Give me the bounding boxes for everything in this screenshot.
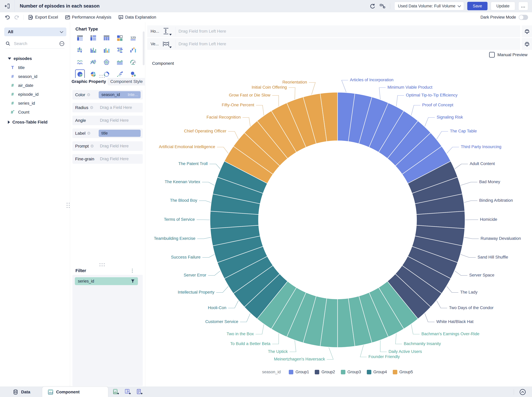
redo-icon[interactable]: [14, 15, 20, 20]
slice-label: Sand Hill Shuffle: [478, 255, 508, 260]
search-input[interactable]: Search: [14, 41, 56, 46]
data-explanation-button[interactable]: Data Explanation: [118, 15, 156, 20]
kebab-menu-icon[interactable]: ⋮: [130, 268, 135, 273]
divider: [24, 15, 24, 20]
cross-table-field-node[interactable]: Cross-Table Field: [0, 118, 70, 127]
cross-table-chart-icon[interactable]: [102, 33, 111, 43]
circle-ellipsis-icon[interactable]: [59, 41, 65, 46]
number-field-icon: #: [10, 92, 15, 97]
detail-table-chart-icon[interactable]: [88, 33, 98, 43]
filter-dropzone[interactable]: series_id: [73, 275, 143, 386]
slice-label: The Uptick: [268, 349, 288, 354]
undo-icon[interactable]: [5, 15, 10, 20]
lineage-icon[interactable]: [379, 3, 386, 9]
gear-icon[interactable]: ⚙: [87, 131, 91, 136]
slice-label: Adult Content: [470, 161, 495, 166]
property-row-prompt[interactable]: Prompt⚙Drag Field Here: [73, 141, 143, 151]
chevron-down-icon: [458, 4, 461, 7]
field-pill[interactable]: season_idInte...: [99, 91, 141, 98]
panel-resize-handle[interactable]: [67, 203, 70, 208]
legend-item-group3[interactable]: Group3: [341, 370, 361, 374]
bi-editor-page: Number of episodes in each season Used D…: [0, 0, 532, 397]
export-excel-button[interactable]: Export Excel: [28, 15, 58, 20]
field-label: Count: [18, 110, 30, 115]
data-volume-select[interactable]: Used Data Volume: Full Volume: [394, 2, 464, 10]
tab-graphic-property[interactable]: Graphic Property: [70, 78, 108, 85]
number-123-chart-icon[interactable]: 123: [128, 33, 138, 43]
horizontal-bar-chart-icon[interactable]: [115, 45, 125, 55]
pie-chart-icon[interactable]: [75, 69, 85, 79]
tab-component-style[interactable]: Component Style: [108, 78, 145, 85]
gear-icon[interactable]: ⚙: [90, 144, 94, 149]
dataset-select[interactable]: All: [4, 27, 66, 36]
legend-item-group5[interactable]: Group5: [393, 370, 413, 374]
label-leader-line: [228, 131, 238, 139]
donut-chart[interactable]: Articles of IncorporationFiduciary Dutie…: [145, 22, 532, 387]
back-button[interactable]: [0, 0, 15, 12]
field-item-series_id[interactable]: #series_id: [0, 99, 70, 108]
gauge-chart-icon[interactable]: [128, 57, 138, 67]
legend-item-group2[interactable]: Group2: [315, 370, 335, 374]
field-label: episode_id: [18, 92, 38, 97]
multi-color-bar-chart-icon[interactable]: [102, 45, 111, 55]
label-leader-line: [216, 286, 228, 292]
field-item-season_id[interactable]: #season_id: [0, 72, 70, 81]
performance-analysis-button[interactable]: Performance Analysis: [65, 15, 111, 20]
kpi-card-chart-icon[interactable]: [115, 33, 125, 43]
scrollbar-thumb[interactable]: [143, 31, 145, 65]
grouped-table-chart-icon[interactable]: [75, 33, 85, 43]
custom-line-chart-icon[interactable]: [88, 57, 98, 67]
refresh-icon[interactable]: [369, 3, 376, 9]
collapse-panel-icon[interactable]: [519, 389, 526, 395]
legend-swatch: [367, 370, 371, 374]
drop-placeholder: Drag a Field Here: [99, 105, 141, 110]
gear-icon[interactable]: ⚙: [87, 93, 90, 97]
save-button[interactable]: Save: [467, 2, 488, 10]
legend-item-group1[interactable]: Group1: [289, 370, 309, 374]
add-list-icon[interactable]: [136, 389, 143, 395]
add-chart-component-icon[interactable]: [113, 389, 119, 395]
field-item-title[interactable]: Ttitle: [0, 63, 70, 72]
split-bar-chart-icon[interactable]: [75, 45, 85, 55]
gear-icon[interactable]: ⚙: [90, 105, 93, 110]
tab-data[interactable]: Data: [13, 387, 30, 397]
field-item-episode_id[interactable]: #episode_id: [0, 90, 70, 99]
grouped-bar-chart-icon[interactable]: [88, 45, 98, 55]
slice-label: Hooli-Con: [208, 305, 226, 310]
field-item-Count[interactable]: #*Count: [0, 108, 70, 117]
field-item-air_date[interactable]: #air_date: [0, 81, 70, 90]
property-row-angle[interactable]: AngleDrag Field Here: [73, 116, 143, 125]
table-node-episodes[interactable]: episodes: [0, 54, 70, 63]
property-row-label[interactable]: Label⚙title: [73, 129, 143, 138]
section-resize-handle[interactable]: [100, 263, 105, 267]
slice-label: Two in the Box: [227, 331, 254, 336]
filter-header: Filter: [75, 268, 86, 273]
legend-item-group4[interactable]: Group4: [367, 370, 387, 374]
multi-pie-chart-icon[interactable]: [88, 69, 98, 79]
add-layout-icon[interactable]: [125, 389, 131, 395]
collapse-icon: [8, 57, 11, 60]
slice-label: Teambuilding Exercise: [154, 236, 195, 241]
property-row-radius[interactable]: Radius⚙Drag a Field Here: [73, 103, 143, 112]
dark-preview-toggle[interactable]: [519, 15, 528, 20]
area-chart-icon[interactable]: [115, 57, 125, 67]
funnel-icon: [131, 279, 135, 283]
tab-component[interactable]: Component: [42, 387, 108, 397]
bubble-chart-icon[interactable]: [128, 69, 138, 79]
multi-line-chart-icon[interactable]: [75, 57, 85, 67]
waterfall-chart-icon[interactable]: [128, 45, 138, 55]
label-leader-line: [411, 324, 420, 334]
field-pill[interactable]: title: [99, 130, 141, 137]
label-leader-line: [437, 131, 448, 139]
component-chart-icon: [48, 389, 53, 395]
update-button[interactable]: Update: [491, 2, 515, 10]
slice-label: Runaway Devaluation: [481, 236, 521, 241]
section-resize-handle[interactable]: [100, 75, 105, 78]
property-row-fine-grained[interactable]: Fine-grainedDrag Field Here: [73, 154, 143, 164]
filter-field-pill[interactable]: series_id: [75, 277, 138, 285]
label-leader-line: [208, 271, 220, 275]
more-button[interactable]: ...: [518, 2, 528, 10]
property-row-color[interactable]: Color⚙season_idInte...: [73, 90, 143, 99]
radar-chart-icon[interactable]: [102, 57, 111, 67]
scatter-chart-icon[interactable]: [115, 69, 125, 79]
